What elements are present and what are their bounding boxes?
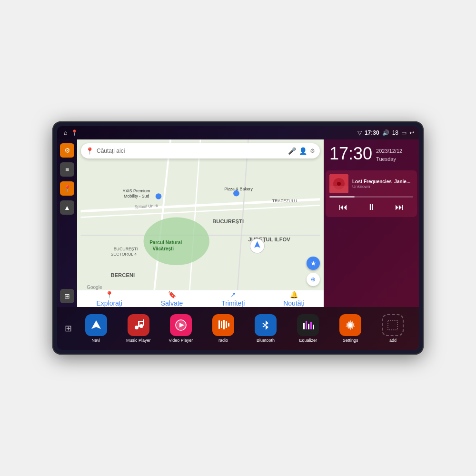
map-bottom-bar: 📍 Explorați 🔖 Salvate ↗ Trimiteți (77, 290, 324, 307)
map-container[interactable]: Parcul Natural Văcărești BUCUREȘTI BUCUR… (77, 139, 324, 307)
svg-rect-33 (143, 319, 144, 326)
map-svg: Parcul Natural Văcărești BUCUREȘTI BUCUR… (77, 139, 324, 307)
app-music-player[interactable]: Music Player (124, 314, 153, 343)
progress-bar[interactable] (329, 196, 413, 198)
app-equalizer[interactable]: Equalizer (294, 314, 322, 343)
music-player-label: Music Player (126, 338, 151, 343)
map-view: Parcul Natural Văcărești BUCUREȘTI BUCUR… (77, 139, 324, 307)
google-maps-icon: 📍 (86, 147, 94, 155)
share-label: Trimiteți (221, 299, 245, 307)
clock-area: 17:30 2023/12/12 Tuesday (324, 139, 419, 169)
explore-label: Explorați (96, 299, 122, 307)
map-nav-saved[interactable]: 🔖 Salvate (161, 291, 183, 307)
map-settings-icon[interactable]: ⚙ (310, 148, 315, 154)
radio-label: radio (218, 338, 228, 343)
svg-rect-0 (81, 139, 320, 307)
star-icon: ★ (310, 259, 317, 267)
svg-rect-37 (218, 320, 220, 329)
svg-point-30 (135, 326, 139, 329)
app-bluetooth[interactable]: Bluetooth (251, 314, 280, 343)
add-icon-bg (382, 314, 404, 336)
home-icon[interactable]: ⌂ (64, 129, 67, 136)
next-button[interactable]: ⏭ (391, 201, 407, 213)
svg-text:Google: Google (87, 285, 102, 290)
grid-menu-icon[interactable]: ⊞ (62, 323, 75, 334)
video-player-icon-bg (170, 314, 192, 336)
back-icon[interactable]: ↩ (409, 129, 414, 136)
sidebar-nav[interactable]: ▲ (60, 200, 74, 215)
song-artist: Unknown (352, 184, 413, 189)
map-nav-news[interactable]: 🔔 Noutăți (283, 291, 304, 307)
battery-icon: ▭ (401, 129, 407, 136)
prev-button[interactable]: ⏮ (335, 201, 351, 213)
equalizer-label: Equalizer (299, 338, 317, 343)
svg-text:Pizza & Bakery: Pizza & Bakery (224, 187, 253, 191)
app-icons-row: Navi Music Player (75, 314, 414, 343)
svg-rect-34 (138, 321, 144, 322)
svg-rect-46 (313, 325, 314, 329)
status-bar-left: ⌂ 📍 (62, 129, 78, 136)
music-info-row: Lost Frequencies_Janie... Unknown (329, 174, 413, 193)
battery-level: 18 (392, 129, 398, 136)
svg-marker-29 (91, 320, 101, 329)
mic-icon[interactable]: 🎤 (288, 147, 296, 155)
app-navi[interactable]: Navi (82, 314, 110, 343)
screen: ⌂ 📍 ▽ 17:30 🔊 18 ▭ ↩ ⚙ ≡ (57, 126, 419, 350)
app-radio[interactable]: radio (209, 314, 238, 343)
account-icon[interactable]: 👤 (299, 147, 307, 155)
svg-text:TRAPEZULU: TRAPEZULU (272, 198, 297, 203)
svg-text:Văcărești: Văcărești (152, 246, 174, 251)
map-nav-share[interactable]: ↗ Trimiteți (221, 291, 245, 307)
clock-time: 17:30 (329, 145, 372, 162)
navi-icon-bg (85, 314, 107, 336)
bluetooth-label: Bluetooth (257, 338, 275, 343)
share-icon: ↗ (230, 291, 236, 298)
svg-text:BUCUREȘTI: BUCUREȘTI (212, 218, 244, 224)
news-icon: 🔔 (290, 291, 298, 298)
svg-rect-28 (329, 186, 348, 193)
saved-label: Salvate (161, 299, 183, 307)
bluetooth-icon-bg (255, 314, 277, 336)
sidebar-grid[interactable]: ⊞ (60, 289, 74, 303)
svg-rect-43 (306, 321, 307, 329)
map-locate-button[interactable]: ⊕ (307, 273, 320, 286)
svg-text:SECTORUL 4: SECTORUL 4 (110, 252, 137, 257)
app-add[interactable]: add (378, 314, 407, 343)
music-player-icon-bg (128, 314, 149, 336)
svg-text:BERCENI: BERCENI (110, 272, 135, 278)
files-icon: ≡ (65, 166, 69, 173)
wifi-icon: ▽ (357, 129, 362, 136)
song-title: Lost Frequencies_Janie... (352, 179, 413, 184)
app-video-player[interactable]: Video Player (167, 314, 195, 343)
svg-text:Mobility - Sud: Mobility - Sud (124, 194, 149, 198)
app-settings[interactable]: Settings (336, 314, 365, 343)
map-destination-button[interactable]: ★ (307, 257, 320, 270)
clock-date-value: 2023/12/12 (376, 148, 402, 154)
crosshair-icon: ⊕ (311, 276, 316, 283)
music-text: Lost Frequencies_Janie... Unknown (352, 179, 413, 189)
equalizer-icon-bg (297, 314, 319, 336)
device: ⌂ 📍 ▽ 17:30 🔊 18 ▭ ↩ ⚙ ≡ (52, 121, 424, 355)
album-art (329, 174, 348, 193)
map-nav-explore[interactable]: 📍 Explorați (96, 291, 122, 307)
radio-icon-bg (212, 314, 234, 336)
status-bar: ⌂ 📍 ▽ 17:30 🔊 18 ▭ ↩ (57, 126, 419, 139)
sidebar-files[interactable]: ≡ (60, 162, 74, 177)
settings-icon: ⚙ (64, 147, 70, 154)
player-controls: ⏮ ⏸ ⏭ (329, 201, 413, 213)
sidebar-settings[interactable]: ⚙ (60, 143, 74, 158)
svg-point-16 (156, 193, 162, 199)
sidebar-maps[interactable]: 📍 (60, 181, 74, 196)
svg-point-27 (337, 182, 341, 186)
map-pin-icon: 📍 (63, 185, 71, 192)
explore-icon: 📍 (105, 291, 113, 298)
svg-point-31 (139, 324, 143, 328)
maps-nav-icon[interactable]: 📍 (71, 129, 78, 136)
grid-icon: ⊞ (64, 292, 70, 300)
music-player: Lost Frequencies_Janie... Unknown ⏮ ⏸ ⏭ (326, 170, 417, 217)
svg-text:BUCUREȘTI: BUCUREȘTI (114, 247, 138, 251)
play-pause-button[interactable]: ⏸ (363, 201, 379, 213)
svg-rect-44 (308, 324, 309, 329)
volume-icon: 🔊 (382, 129, 389, 136)
map-search-bar[interactable]: 📍 Căutați aici 🎤 👤 ⚙ (81, 143, 320, 159)
